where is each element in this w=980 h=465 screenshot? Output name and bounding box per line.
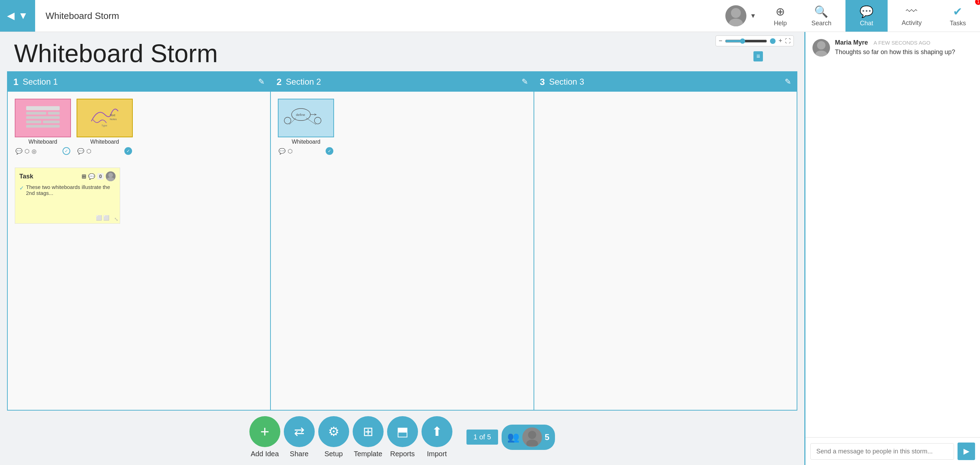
whiteboard-card-pink[interactable]: Whiteboard 💬 ⬡ ◎ ✓ xyxy=(15,99,71,155)
setup-icon: ⚙ xyxy=(318,416,349,447)
search-icon: 🔍 xyxy=(814,5,828,18)
section-3-edit-icon[interactable]: ✎ xyxy=(785,77,791,86)
help-button[interactable]: ⊕ Help xyxy=(763,5,797,27)
nav-right: ▼ ⊕ Help 🔍 Search 💬 Chat 〰 Activity ✔ Ta… xyxy=(718,0,980,32)
comment-icon-2: 💬 xyxy=(77,148,84,154)
section-1-content: Whiteboard 💬 ⬡ ◎ ✓ xyxy=(8,92,270,410)
zoom-expand-button[interactable]: ⛶ xyxy=(785,38,791,44)
zoom-out-button[interactable]: − xyxy=(719,37,722,45)
zoom-bar: − + ⛶ xyxy=(716,35,794,46)
chat-label: Chat xyxy=(860,20,873,27)
chat-input[interactable] xyxy=(810,443,954,460)
share-button[interactable]: ⇄ Share xyxy=(284,416,315,458)
setup-button[interactable]: ⚙ Setup xyxy=(318,416,349,458)
canvas-area: − + ⛶ ≡ Whiteboard Storm 1 Section 1 ✎ xyxy=(0,32,804,465)
task-expand-icon-2: ⬜ xyxy=(103,215,109,221)
svg-rect-3 xyxy=(26,112,46,115)
task-expand-icon-1: ⬜ xyxy=(96,215,102,221)
tasks-button[interactable]: ✔ Tasks 1 xyxy=(936,0,980,32)
participants-area: 1 of 5 👥 5 xyxy=(466,425,555,450)
participants-button[interactable]: 👥 5 xyxy=(501,425,555,450)
activity-button[interactable]: 〰 Activity xyxy=(888,0,936,32)
whiteboard-card-pink-actions: 💬 ⬡ ◎ ✓ xyxy=(15,147,71,155)
nav-title: Whiteboard Storm xyxy=(35,11,130,21)
task-body: ✓ These two whiteboards illustrate the 2… xyxy=(19,184,116,196)
card-check-2[interactable]: ✓ xyxy=(124,147,132,155)
svg-rect-6 xyxy=(26,121,41,124)
chat-button[interactable]: 💬 Chat xyxy=(845,0,888,32)
card-check-3[interactable]: ✓ xyxy=(326,147,333,155)
zoom-slider[interactable] xyxy=(725,38,767,44)
avatar-dropdown-icon[interactable]: ▼ xyxy=(750,12,756,20)
section-2-header: 2 Section 2 ✎ xyxy=(271,72,533,92)
section-1: 1 Section 1 ✎ xyxy=(7,71,271,411)
task-body-text: These two whiteboards illustrate the 2nd… xyxy=(26,184,116,196)
whiteboard-card-pink-img xyxy=(15,99,71,137)
search-button[interactable]: 🔍 Search xyxy=(797,0,845,32)
section-2-cards: define Whiteboard 💬 xyxy=(278,99,526,155)
add-idea-button[interactable]: + Add Idea xyxy=(250,416,280,458)
page-title: Whiteboard Storm xyxy=(0,32,804,71)
activity-label: Activity xyxy=(902,19,922,27)
whiteboard-card-yellow-label: Whiteboard xyxy=(76,137,133,147)
chat-send-button[interactable]: ▶ xyxy=(958,443,975,460)
whiteboard-card-yellow[interactable]: Text Notes Type Whiteboard 💬 ⬡ ✓ xyxy=(76,99,133,155)
task-user-avatar xyxy=(106,171,116,181)
section-1-label: Section 1 xyxy=(22,77,57,87)
tasks-icon: ✔ xyxy=(953,5,963,18)
chat-username: Maria Myre xyxy=(835,39,868,46)
svg-text:Type: Type xyxy=(101,124,107,127)
participants-count: 5 xyxy=(545,432,549,442)
section-3: 3 Section 3 ✎ xyxy=(534,71,797,411)
svg-rect-5 xyxy=(26,116,59,119)
zoom-in-button[interactable]: + xyxy=(778,37,782,45)
svg-text:Text: Text xyxy=(110,113,115,117)
import-button[interactable]: ⬆ Import xyxy=(422,416,452,458)
section-1-edit-icon[interactable]: ✎ xyxy=(258,77,264,86)
task-card: Task ⊞ 💬 0 xyxy=(15,167,120,224)
right-panel: Maria Myre A FEW SECONDS AGO Thoughts so… xyxy=(804,32,980,465)
whiteboard-card-yellow-actions: 💬 ⬡ ✓ xyxy=(76,147,133,155)
reports-button[interactable]: ⬒ Reports xyxy=(387,416,418,458)
section-3-content xyxy=(534,92,797,410)
user-avatar[interactable] xyxy=(725,5,746,26)
card-check[interactable]: ✓ xyxy=(62,147,70,155)
chat-time: A FEW SECONDS AGO xyxy=(873,40,931,46)
svg-point-0 xyxy=(731,8,741,18)
section-1-cards: Whiteboard 💬 ⬡ ◎ ✓ xyxy=(15,99,263,155)
section-1-num: 1 xyxy=(13,76,18,88)
link-icon: ◎ xyxy=(32,148,37,154)
whiteboard-card-blue[interactable]: define Whiteboard 💬 xyxy=(278,99,334,155)
section-2-num: 2 xyxy=(277,76,282,88)
participant-avatar xyxy=(522,427,542,448)
bottom-toolbar: + Add Idea ⇄ Share ⚙ Setup ⊞ Template ⬒ … xyxy=(0,411,804,465)
section-2-edit-icon[interactable]: ✎ xyxy=(522,77,528,86)
task-label: Task xyxy=(19,173,33,180)
template-icon: ⊞ xyxy=(353,416,383,447)
task-expand-icons: ⬜ ⬜ xyxy=(96,215,109,221)
template-button[interactable]: ⊞ Template xyxy=(353,416,383,458)
chat-avatar xyxy=(813,39,830,57)
chat-message-1: Maria Myre A FEW SECONDS AGO Thoughts so… xyxy=(813,39,973,57)
svg-point-16 xyxy=(314,117,321,124)
svg-point-18 xyxy=(528,431,536,439)
svg-text:define: define xyxy=(296,113,305,116)
participants-icon: 👥 xyxy=(507,431,520,443)
section-3-label: Section 3 xyxy=(549,77,584,87)
main-layout: − + ⛶ ≡ Whiteboard Storm 1 Section 1 ✎ xyxy=(0,32,980,465)
back-button[interactable]: ◀ xyxy=(7,11,15,21)
svg-point-13 xyxy=(107,177,115,181)
svg-point-20 xyxy=(817,41,826,49)
page-indicator[interactable]: 1 of 5 xyxy=(466,430,498,444)
chat-msg-content: Maria Myre A FEW SECONDS AGO Thoughts so… xyxy=(835,39,955,57)
search-label: Search xyxy=(811,20,831,27)
zoom-reset-button[interactable] xyxy=(770,38,776,44)
task-resize-handle[interactable]: ⤡ xyxy=(114,217,118,222)
whiteboard-card-blue-img: define xyxy=(278,99,334,137)
dropdown-button[interactable]: ▼ xyxy=(18,11,28,21)
section-3-num: 3 xyxy=(540,76,545,88)
align-button[interactable]: ≡ xyxy=(753,51,763,62)
section-2: 2 Section 2 ✎ define xyxy=(271,71,534,411)
svg-text:Notes: Notes xyxy=(110,118,117,121)
whiteboard-card-yellow-img: Text Notes Type xyxy=(76,99,133,137)
